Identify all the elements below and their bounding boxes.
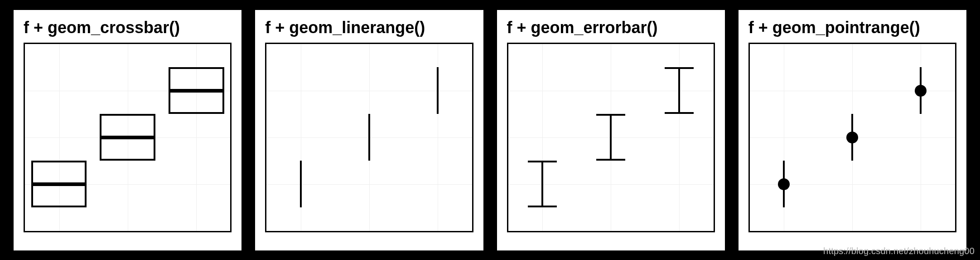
crossbar-layer [25, 44, 230, 231]
plot-pointrange [748, 43, 956, 232]
errorbar-layer [508, 44, 714, 231]
linerange-mark [300, 161, 302, 207]
crossbar-mark [169, 67, 224, 114]
pointrange-layer [750, 44, 955, 231]
panel-crossbar: f + geom_crossbar() [14, 10, 241, 250]
panel-title-pointrange: f + geom_pointrange() [748, 18, 956, 37]
panel-title-linerange: f + geom_linerange() [265, 18, 473, 37]
plot-errorbar [507, 43, 715, 232]
plot-crossbar [24, 43, 232, 232]
panel-linerange: f + geom_linerange() [255, 10, 483, 250]
pointrange-mark [851, 114, 853, 161]
plot-linerange [265, 43, 473, 232]
errorbar-mark [528, 161, 556, 207]
crossbar-mark [31, 161, 87, 207]
panel-title-errorbar: f + geom_errorbar() [507, 18, 715, 37]
pointrange-mark [783, 161, 785, 207]
errorbar-mark [665, 67, 693, 114]
pointrange-mark [920, 67, 922, 114]
panel-errorbar: f + geom_errorbar() [497, 10, 725, 250]
panel-title-crossbar: f + geom_crossbar() [24, 18, 232, 37]
linerange-mark [437, 67, 439, 114]
linerange-layer [266, 44, 472, 231]
watermark-text: https://blog.csdn.net/zhouhucheng00 [823, 246, 975, 256]
linerange-mark [368, 114, 370, 161]
panel-pointrange: f + geom_pointrange() [739, 10, 966, 250]
errorbar-mark [596, 114, 625, 161]
crossbar-mark [100, 114, 155, 161]
